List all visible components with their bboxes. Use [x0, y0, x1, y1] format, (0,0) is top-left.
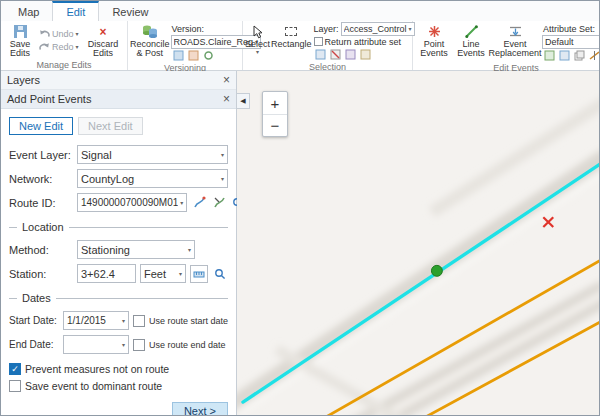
- location-section-separator: Location: [9, 221, 228, 233]
- start-date-label: Start Date:: [9, 315, 59, 326]
- select-label: Select: [245, 40, 270, 49]
- location-section-label: Location: [22, 221, 64, 233]
- method-caret-icon: ▾: [188, 247, 191, 253]
- route-id-value: 14900000700090M01: [81, 197, 178, 208]
- tab-map[interactable]: Map: [5, 3, 52, 21]
- use-route-start-date-checkbox[interactable]: [133, 315, 145, 327]
- version-value: ROADS.Claire_Reg: [174, 37, 254, 47]
- left-panel: Layers × Add Point Events × New Edit Nex…: [1, 71, 237, 415]
- dominant-route-checkbox[interactable]: [9, 380, 21, 392]
- use-route-end-date-checkbox[interactable]: [133, 339, 145, 351]
- conflicts-icon[interactable]: [187, 49, 200, 62]
- dates-section-label: Dates: [22, 292, 51, 304]
- layer-combo[interactable]: Access_Control ▾: [341, 22, 415, 36]
- add-point-events-header: Add Point Events ×: [1, 90, 236, 109]
- method-label: Method:: [9, 244, 73, 256]
- redo-caret-icon[interactable]: ▾: [76, 44, 79, 50]
- network-caret-icon: ▾: [221, 176, 224, 182]
- discard-edits-label: Discard Edits: [81, 40, 125, 58]
- dominant-route-label: Save event to dominant route: [25, 380, 162, 392]
- tab-edit[interactable]: Edit: [52, 1, 99, 21]
- end-date-combo[interactable]: ▾: [63, 335, 129, 354]
- network-select[interactable]: CountyLog ▾: [77, 169, 228, 188]
- start-date-value: 1/1/2015: [67, 315, 120, 326]
- group-selection: Select ▾ Rectangle Layer: Access_Control…: [243, 21, 413, 70]
- invert-selection-icon[interactable]: [344, 48, 357, 61]
- reconcile-post-label: Reconcile & Post: [130, 40, 170, 58]
- save-icon: [13, 23, 28, 40]
- clear-selection-icon[interactable]: [329, 48, 342, 61]
- reconcile-post-button[interactable]: Reconcile & Post: [130, 22, 170, 62]
- undo-caret-icon[interactable]: ▾: [76, 31, 79, 37]
- redo-label: Redo: [52, 42, 74, 52]
- station-input[interactable]: 3+62.4: [77, 264, 136, 283]
- return-attribute-set-row: Return attribute set: [313, 35, 416, 48]
- zoom-out-button[interactable]: −: [263, 114, 287, 136]
- select-all-icon[interactable]: [314, 48, 327, 61]
- application-window: Map Edit Review Save Edits Undo ▾: [0, 0, 600, 416]
- ribbon-tab-bar: Map Edit Review: [1, 1, 599, 21]
- route-picker-icon[interactable]: [211, 195, 227, 211]
- pick-location-on-map-icon[interactable]: [190, 265, 208, 283]
- select-caret-icon: ▾: [256, 49, 259, 55]
- edit-attribute-icon[interactable]: [558, 49, 571, 62]
- layers-pane-title: Layers: [7, 74, 223, 86]
- add-point-events-title: Add Point Events: [7, 93, 223, 105]
- split-event-icon[interactable]: [588, 49, 600, 62]
- new-edit-button[interactable]: New Edit: [9, 117, 73, 135]
- event-layer-select[interactable]: Signal ▾: [77, 145, 228, 164]
- discard-edits-button[interactable]: × Discard Edits: [81, 22, 125, 59]
- return-attribute-set-label: Return attribute set: [325, 37, 402, 47]
- route-id-combo[interactable]: 14900000700090M01 ▾: [77, 193, 187, 212]
- collapse-panel-button[interactable]: ◀: [237, 93, 250, 109]
- geodatabase-icon: [141, 23, 159, 40]
- undo-button[interactable]: Undo ▾: [38, 28, 80, 41]
- layers-close-icon[interactable]: ×: [223, 74, 230, 86]
- next-edit-button: Next Edit: [78, 117, 143, 135]
- undo-icon: [39, 29, 50, 40]
- line-event-icon: [465, 23, 478, 40]
- select-button[interactable]: Select ▾: [245, 22, 270, 61]
- line-events-button[interactable]: Line Events: [454, 22, 488, 62]
- prevent-measures-checkbox[interactable]: ✓: [9, 363, 21, 375]
- station-zoom-icon[interactable]: [212, 266, 228, 282]
- dates-section-separator: Dates: [9, 292, 228, 304]
- prevent-measures-label: Prevent measures not on route: [25, 363, 169, 375]
- save-edits-button[interactable]: Save Edits: [3, 22, 37, 59]
- return-attribute-set-checkbox[interactable]: [314, 37, 323, 46]
- rectangle-tool-button[interactable]: Rectangle: [271, 22, 312, 61]
- point-events-button[interactable]: Point Events: [415, 22, 453, 62]
- route-line: [243, 163, 599, 402]
- version-changes-icon[interactable]: [172, 49, 185, 62]
- add-point-events-close-icon[interactable]: ×: [223, 93, 230, 105]
- end-date-caret-icon: ▾: [122, 342, 125, 348]
- network-label: Network:: [9, 173, 73, 185]
- attribute-set-combo[interactable]: Default ▾: [542, 35, 600, 49]
- rectangle-icon: [285, 23, 297, 40]
- zoom-in-button[interactable]: +: [263, 92, 287, 114]
- map-view[interactable]: ◀ + −: [237, 71, 599, 415]
- start-date-caret-icon: ▾: [122, 318, 125, 324]
- use-route-start-date-label: Use route start date: [149, 316, 228, 326]
- discard-icon: ×: [99, 23, 106, 40]
- refresh-version-icon[interactable]: [202, 49, 215, 62]
- redo-button[interactable]: Redo ▾: [38, 41, 80, 54]
- route-id-caret-icon: ▾: [180, 200, 183, 206]
- select-route-on-map-icon[interactable]: [191, 195, 207, 211]
- tab-review[interactable]: Review: [99, 3, 161, 21]
- method-select[interactable]: Stationing ▾: [77, 240, 195, 259]
- station-label: Station:: [9, 268, 73, 280]
- units-select[interactable]: Feet ▾: [140, 264, 186, 283]
- start-date-combo[interactable]: 1/1/2015 ▾: [63, 311, 129, 330]
- selection-options-icon[interactable]: [359, 48, 372, 61]
- layer-value: Access_Control: [344, 24, 407, 34]
- add-attribute-icon[interactable]: [543, 49, 556, 62]
- next-button[interactable]: Next >: [172, 402, 228, 416]
- event-replacement-button[interactable]: Event Replacement: [489, 22, 541, 62]
- group-edit-events: Point Events Line Events Event Replaceme…: [413, 21, 600, 70]
- undo-label: Undo: [52, 29, 74, 39]
- zoom-control: + −: [262, 91, 288, 137]
- copy-event-icon[interactable]: [573, 49, 586, 62]
- event-layer-caret-icon: ▾: [221, 152, 224, 158]
- layer-label: Layer:: [314, 24, 339, 34]
